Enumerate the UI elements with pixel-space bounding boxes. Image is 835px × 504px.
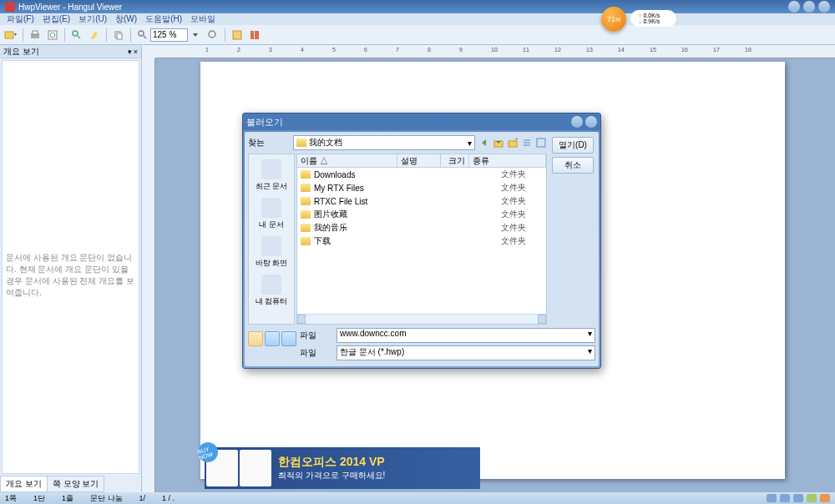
maximize-button[interactable] [803,1,815,13]
tab-outline[interactable]: 개요 보기 [0,476,48,492]
file-row[interactable]: RTXC File List文件夹 [297,194,546,208]
menu-mobile[interactable]: 모바일 [187,13,219,25]
task-pane-button[interactable] [230,28,245,43]
status-para: 문단 나눔 [90,493,123,504]
filetype-label: 파일 [300,347,333,359]
col-name[interactable]: 이름 △ [297,154,397,167]
sidebar-menu-icon[interactable]: ▾ [128,48,132,56]
tool-2[interactable] [265,331,280,346]
folder-icon [301,197,311,205]
sidebar-title: 개요 보기 [3,46,39,58]
view-list-icon[interactable] [521,137,533,149]
folder-icon [301,184,311,192]
svg-line-10 [144,36,146,38]
svg-rect-8 [117,33,122,39]
svg-point-9 [139,31,144,36]
title-bar: HwpViewer - Hangul Viewer [0,0,835,13]
close-button[interactable] [818,1,830,13]
filetype-combo[interactable]: 한글 문서 (*.hwp)▾ [337,345,595,360]
dialog-help-button[interactable] [571,116,583,128]
ad-product-image [240,450,271,486]
print-button[interactable] [28,28,43,43]
open-dropdown-button[interactable] [3,28,18,43]
progress-indicator: 71% [601,7,626,32]
app-icon [5,2,15,12]
places-bar: 최근 문서 내 문서 바탕 화면 내 컴퓨터 [248,154,295,325]
file-row[interactable]: 我的音乐文件夹 [297,221,546,234]
open-button[interactable]: 열기(D) [552,137,594,154]
col-size[interactable]: 크기 [441,154,469,167]
col-desc[interactable]: 설명 [397,154,441,167]
filename-label: 파일 [300,330,333,341]
ad-subtitle: 최적의 가격으로 구매하세요! [278,470,385,481]
app-title: HwpViewer - Hangul Viewer [18,3,122,12]
preview-button[interactable] [45,28,60,43]
scroll-left-icon[interactable] [297,315,306,324]
ad-banner[interactable]: BUY NOW 한컴오피스 2014 VP 최적의 가격으로 구매하세요! [205,447,480,489]
status-bar: 1쪽 1단 1줄 문단 나눔 1/ 1 / . [0,492,835,504]
place-desktop[interactable]: 바탕 화면 [254,234,290,270]
file-row[interactable]: 图片收藏文件夹 [297,208,546,221]
file-list-panel: 이름 △ 설명 크기 종류 Downloads文件夹My RTX Files文件… [296,154,547,325]
status-dan: 1단 [33,493,45,504]
zoom-dropdown[interactable] [188,28,203,43]
status-view-2[interactable] [780,494,790,502]
highlight-button[interactable] [87,28,102,43]
svg-rect-13 [250,31,254,39]
office-button[interactable] [247,28,262,43]
toolbar [0,25,835,45]
horizontal-ruler[interactable]: 123456789101112131415161718 [155,45,835,58]
cancel-button[interactable]: 취소 [552,157,594,174]
find-button[interactable] [69,28,84,43]
back-icon[interactable] [478,137,490,149]
tab-page-layout[interactable]: 쪽 모양 보기 [47,476,105,492]
svg-rect-12 [233,31,241,39]
place-computer[interactable]: 내 컴퓨터 [254,273,290,309]
menu-file[interactable]: 파일(F) [3,13,38,25]
zoom-icon[interactable] [135,28,150,43]
svg-text:*: * [515,137,518,144]
sidebar-close-icon[interactable]: × [134,48,138,56]
status-view-4[interactable] [807,494,817,502]
zoom-tool-button[interactable] [205,28,220,43]
copy-button[interactable] [111,28,126,43]
place-recent[interactable]: 최근 문서 [254,158,290,194]
menu-help[interactable]: 도움말(H) [142,13,185,25]
open-dialog: 불러오기 찾는 我的文档 ▾ * 열기(D) 취소 [242,113,601,369]
folder-icon [301,170,311,179]
place-mydocs[interactable]: 내 문서 [257,196,286,232]
folder-icon [301,210,311,219]
file-row[interactable]: My RTX Files文件夹 [297,181,546,194]
svg-line-6 [78,36,80,38]
col-type[interactable]: 종류 [469,154,546,167]
ad-title: 한컴오피스 2014 VP [278,455,385,470]
menu-view[interactable]: 보기(U) [75,13,110,25]
folder-icon [301,224,311,232]
up-folder-icon[interactable] [493,137,504,149]
tool-1[interactable] [248,331,263,346]
svg-point-5 [73,31,78,36]
view-menu-icon[interactable] [535,137,547,149]
minimize-button[interactable] [788,1,800,13]
zoom-input[interactable] [150,28,188,42]
horizontal-scrollbar[interactable] [297,314,546,324]
status-view-1[interactable] [767,494,777,502]
dialog-close-button[interactable] [585,116,597,128]
menu-window[interactable]: 창(W) [112,13,140,25]
status-view-3[interactable] [793,494,803,502]
outline-content: 문서에 사용된 개요 문단이 없습니다. 현재 문서에 개요 문단이 있을 경우… [2,60,139,474]
folder-icon [301,237,311,245]
file-row[interactable]: Downloads文件夹 [297,168,546,181]
tool-3[interactable] [281,331,296,346]
file-row[interactable]: 下载文件夹 [297,234,546,248]
filename-input[interactable]: www.downcc.com▾ [337,328,595,343]
scroll-right-icon[interactable] [538,315,546,324]
vertical-ruler[interactable] [142,58,155,492]
status-zoom-fit[interactable] [820,494,830,502]
svg-rect-14 [255,31,259,39]
new-folder-icon[interactable]: * [507,137,519,149]
menu-edit[interactable]: 편집(E) [39,13,73,25]
look-in-combo[interactable]: 我的文档 ▾ [293,135,475,150]
ruler-corner [142,45,155,58]
folder-icon [296,139,306,147]
